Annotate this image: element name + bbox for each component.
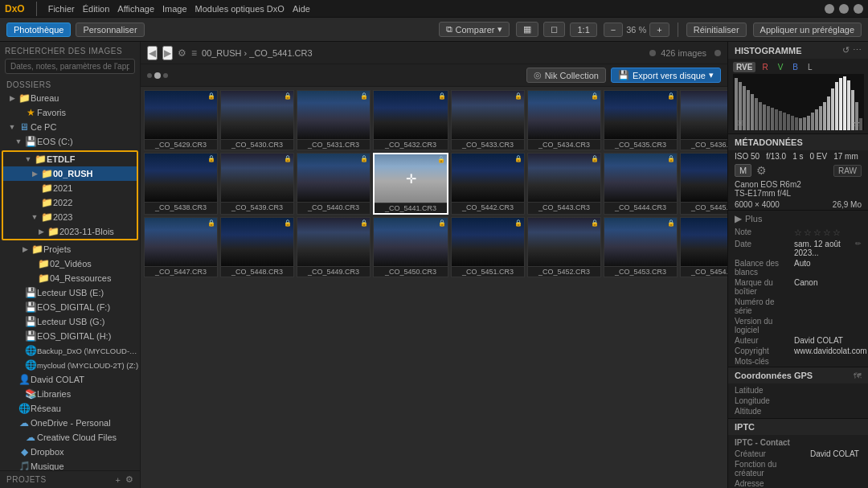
photo-cell[interactable]: 🔒_CO_5431.CR3 xyxy=(297,90,371,150)
close-button[interactable] xyxy=(854,4,863,14)
export-button[interactable]: 💾 Export vers disque ▾ xyxy=(611,68,721,83)
gps-header[interactable]: Coordonnées GPS 🗺 xyxy=(728,367,868,383)
add-project-button[interactable]: + xyxy=(116,475,121,485)
menu-aide[interactable]: Aide xyxy=(293,4,310,14)
photo-cell[interactable]: 🔒_CO_5449.CR3 xyxy=(297,217,371,277)
channel-l[interactable]: L xyxy=(805,62,816,72)
more-toggle[interactable]: ▶ Plus xyxy=(728,211,868,227)
tree-item-david-colat[interactable]: 👤 David COLAT xyxy=(0,372,140,387)
tree-item-libraries[interactable]: 📚 Libraries xyxy=(0,387,140,401)
star-2[interactable]: ☆ xyxy=(804,228,812,238)
channel-r[interactable]: R xyxy=(759,62,771,72)
tree-item-04-ressources[interactable]: 📁 04_Ressources xyxy=(0,271,140,285)
tree-item-reseau[interactable]: 🌐 Réseau xyxy=(0,401,140,416)
photo-cell[interactable]: 🔒_CO_5434.CR3 xyxy=(527,90,601,150)
histogram-header[interactable]: HISTOGRAMME ↺ ⋯ xyxy=(728,42,868,59)
tree-item-projets[interactable]: ▶ 📁 Projets xyxy=(0,242,140,256)
photo-cell[interactable]: 🔒_CO_5430.CR3 xyxy=(220,90,294,150)
single-view-button[interactable]: ◻ xyxy=(543,22,565,37)
photo-cell[interactable]: 🔒_CO_5435.CR3 xyxy=(604,90,678,150)
grid-view-button[interactable]: ▦ xyxy=(516,22,538,37)
tree-item-lecteur-usb-g[interactable]: 💾 Lecteur USB (G:) xyxy=(0,314,140,329)
photo-cell[interactable]: ✛🔒_CO_5441.CR3 xyxy=(373,153,448,215)
photo-cell[interactable]: 🔒_CO_5445.CR3 xyxy=(680,153,727,215)
menu-affichage[interactable]: Affichage xyxy=(117,4,154,14)
menu-image[interactable]: Image xyxy=(162,4,187,14)
star-5[interactable]: ☆ xyxy=(833,228,841,238)
photo-cell[interactable]: 🔒_CO_5433.CR3 xyxy=(451,90,525,150)
tree-item-creative-cloud[interactable]: ☁ Creative Cloud Files xyxy=(0,430,140,445)
tree-item-mycloud-z[interactable]: 🌐 mycloud (\MYCLOUD-2T) (Z:) xyxy=(0,358,140,372)
tree-item-etdlf[interactable]: ▼ 📁 ETDLF xyxy=(3,152,137,166)
tree-item-favoris[interactable]: ★ Favoris xyxy=(0,105,140,120)
tree-item-lecteur-usb-e[interactable]: 💾 Lecteur USB (E:) xyxy=(0,285,140,300)
projects-settings-button[interactable]: ⚙ xyxy=(125,474,133,485)
stars-rating[interactable]: ☆ ☆ ☆ ☆ ☆ xyxy=(794,228,841,238)
compare-button[interactable]: ⧉ Comparer ▾ xyxy=(439,22,510,37)
tree-item-ce-pc[interactable]: ▼ 🖥 Ce PC xyxy=(0,120,140,134)
tree-item-eos-digital-h[interactable]: 💾 EOS_DIGITAL (H:) xyxy=(0,329,140,343)
edit-date-icon[interactable]: ✏ xyxy=(855,240,862,257)
photo-cell[interactable]: 🔒_CO_5432.CR3 xyxy=(373,90,448,150)
photo-cell[interactable]: 🔒_CO_5447.CR3 xyxy=(144,217,218,277)
filter-icon[interactable]: ⚙ xyxy=(178,47,186,59)
camera-settings-icon[interactable]: ⚙ xyxy=(756,164,767,177)
nik-collection-button[interactable]: ◎ Nik Collection xyxy=(526,68,606,83)
photo-cell[interactable]: 🔒_CO_5453.CR3 xyxy=(604,217,678,277)
tree-item-musique[interactable]: 🎵 Musique xyxy=(0,459,140,470)
channel-v[interactable]: V xyxy=(775,62,787,72)
photo-cell[interactable]: 🔒_CO_5429.CR3 xyxy=(144,90,218,150)
window-controls[interactable] xyxy=(825,4,863,14)
photo-cell[interactable]: 🔒_CO_5438.CR3 xyxy=(144,153,218,215)
metadata-header[interactable]: MÉTADONNÉES xyxy=(728,134,868,150)
photo-cell[interactable]: 🔒_CO_5452.CR3 xyxy=(527,217,601,277)
tree-item-onedrive[interactable]: ☁ OneDrive - Personal xyxy=(0,416,140,430)
photo-cell[interactable]: 🔒_CO_5451.CR3 xyxy=(451,217,525,277)
tree-item-00-rush[interactable]: ▶ 📁 00_RUSH xyxy=(3,166,137,181)
tree-item-bureau[interactable]: ▶ 📁 Bureau xyxy=(0,91,140,105)
gps-map-link-icon[interactable]: 🗺 xyxy=(854,371,862,380)
photo-cell[interactable]: 🔒_CO_5443.CR3 xyxy=(527,153,601,215)
back-button[interactable]: ◀ xyxy=(147,46,158,60)
tree-item-backup-mycloud[interactable]: 🌐 Backup_DxO (\MYCLOUD-3T) (Y:) xyxy=(0,343,140,358)
customize-button[interactable]: Personnaliser xyxy=(76,23,144,37)
tree-item-02-videos[interactable]: 📁 02_Vidéos xyxy=(0,256,140,271)
photo-cell[interactable]: 🔒_CO_5439.CR3 xyxy=(220,153,294,215)
tree-item-eos-c[interactable]: ▼ 💾 EOS (C:) xyxy=(0,134,140,149)
fit-button[interactable]: 1:1 xyxy=(570,23,596,37)
tree-item-dropbox[interactable]: ◆ Dropbox xyxy=(0,445,140,459)
photo-cell[interactable]: 🔒_CO_5440.CR3 xyxy=(297,153,371,215)
phototheque-button[interactable]: Photothèque xyxy=(6,23,71,37)
maximize-button[interactable] xyxy=(839,4,849,14)
sort-icon[interactable]: ≡ xyxy=(191,47,197,59)
channel-rve[interactable]: RVE xyxy=(733,62,755,72)
star-4[interactable]: ☆ xyxy=(823,228,831,238)
search-input[interactable] xyxy=(5,59,135,74)
minimize-button[interactable] xyxy=(825,4,834,14)
zoom-in-button[interactable]: + xyxy=(649,23,669,37)
photo-cell[interactable]: 🔒_CO_5444.CR3 xyxy=(604,153,678,215)
reset-button[interactable]: Réinitialiser xyxy=(686,23,747,37)
hist-options-icon[interactable]: ⋯ xyxy=(853,45,862,55)
reset-hist-icon[interactable]: ↺ xyxy=(842,45,850,55)
menu-bar[interactable]: Fichier Édition Affichage Image Modules … xyxy=(48,4,310,14)
photo-cell[interactable]: 🔒_CO_5454.CR3 xyxy=(680,217,727,277)
forward-button[interactable]: ▶ xyxy=(162,46,173,60)
tree-item-2021[interactable]: 📁 2021 xyxy=(3,181,137,195)
iptc-header[interactable]: IPTC xyxy=(728,419,868,435)
tree-item-eos-digital-f[interactable]: 💾 EOS_DIGITAL (F:) xyxy=(0,300,140,314)
photo-cell[interactable]: 🔒_CO_5442.CR3 xyxy=(451,153,525,215)
star-3[interactable]: ☆ xyxy=(813,228,821,238)
zoom-out-button[interactable]: − xyxy=(604,23,623,37)
menu-fichier[interactable]: Fichier xyxy=(48,4,75,14)
channel-b[interactable]: B xyxy=(789,62,801,72)
menu-modules[interactable]: Modules optiques DxO xyxy=(195,4,285,14)
tree-item-2022[interactable]: 📁 2022 xyxy=(3,195,137,210)
photo-cell[interactable]: 🔒_CO_5450.CR3 xyxy=(373,217,448,277)
menu-edition[interactable]: Édition xyxy=(83,4,110,14)
photo-cell[interactable]: 🔒_CO_5448.CR3 xyxy=(220,217,294,277)
photo-cell[interactable]: 🔒_CO_5436.CR3 xyxy=(680,90,727,150)
star-1[interactable]: ☆ xyxy=(794,228,802,238)
apply-preset-button[interactable]: Appliquer un préréglage xyxy=(753,23,862,37)
tree-item-2023[interactable]: ▼ 📁 2023 xyxy=(3,210,137,224)
